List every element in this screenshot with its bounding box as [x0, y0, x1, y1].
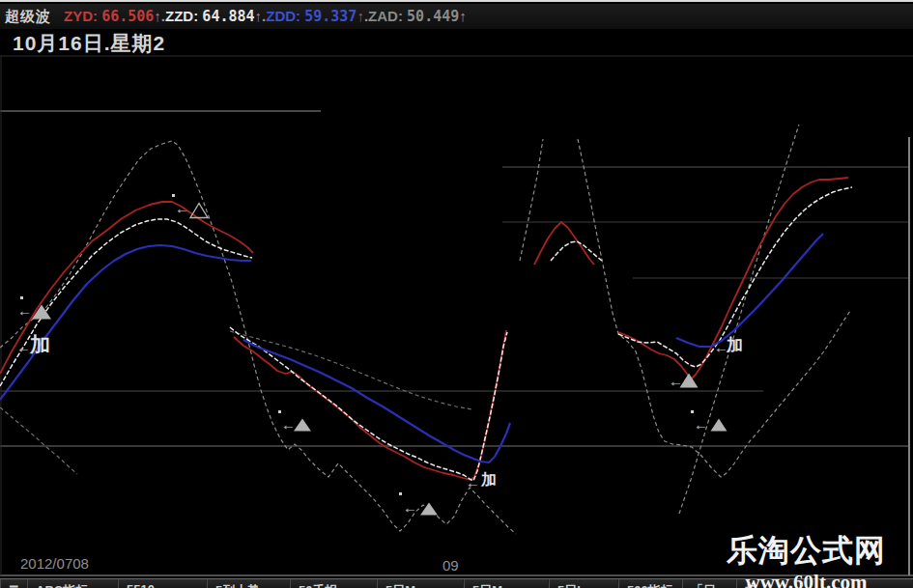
marker-dot	[172, 194, 175, 197]
watermark-site-name: 乐淘公式网	[727, 530, 886, 573]
left-arrow-marker: ←	[17, 303, 32, 318]
marker-dot	[20, 296, 23, 299]
stock-app-window: 超级波 ZYD: 66.506↑.ZZD: 64.884↑.ZDD: 59.33…	[0, 0, 913, 588]
watermark-url: www.60lt.com	[727, 571, 886, 588]
left-arrow-marker: ←	[175, 201, 189, 215]
left-arrow-marker: ←	[16, 340, 31, 354]
marker-dot	[278, 410, 281, 413]
marker-dot	[399, 492, 402, 495]
left-arrow-marker: ←	[281, 417, 296, 432]
left-arrow-marker: ←	[466, 475, 480, 490]
marker-dot	[691, 410, 694, 413]
left-arrow-marker: ←	[403, 500, 417, 515]
marker-layer: ←←←←←←←←←加加加	[0, 2, 913, 588]
left-arrow-marker: ←	[694, 417, 708, 432]
watermark: 乐淘公式网 www.60lt.com	[727, 530, 886, 588]
add-position-label: 加	[481, 472, 497, 488]
add-position-label: 加	[727, 337, 743, 353]
add-position-label: 加	[30, 334, 50, 354]
left-arrow-marker: ←	[669, 374, 683, 388]
